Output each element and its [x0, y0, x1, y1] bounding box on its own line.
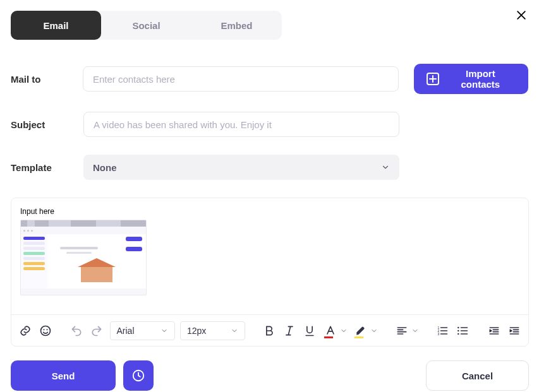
schedule-button[interactable]	[123, 360, 154, 391]
editor-content[interactable]: Input here	[11, 198, 528, 314]
close-button[interactable]	[515, 9, 528, 24]
plus-icon	[427, 73, 439, 85]
bold-button[interactable]	[262, 323, 277, 339]
italic-button[interactable]	[282, 323, 297, 339]
chevron-down-icon	[340, 327, 348, 335]
link-button[interactable]	[18, 323, 33, 339]
emoji-icon	[39, 324, 52, 337]
chevron-down-icon	[160, 327, 168, 335]
underline-icon	[303, 324, 316, 337]
font-family-value: Arial	[117, 326, 135, 336]
outdent-icon	[488, 324, 500, 337]
import-contacts-label: Import contacts	[445, 68, 516, 90]
tab-email[interactable]: Email	[11, 11, 101, 40]
subject-input[interactable]	[83, 112, 399, 137]
clock-icon	[131, 369, 145, 383]
editor-placeholder: Input here	[20, 207, 519, 216]
video-thumbnail[interactable]	[20, 220, 147, 295]
import-contacts-button[interactable]: Import contacts	[414, 64, 528, 94]
svg-point-6	[458, 326, 460, 328]
tab-embed[interactable]: Embed	[191, 11, 282, 40]
send-button[interactable]: Send	[11, 360, 116, 391]
outdent-button[interactable]	[487, 323, 502, 339]
chevron-down-icon	[370, 327, 378, 335]
redo-button[interactable]	[89, 323, 104, 339]
highlight-color-button[interactable]	[353, 323, 378, 339]
link-icon	[19, 324, 32, 337]
mail-to-input[interactable]	[83, 66, 399, 92]
svg-point-1	[44, 329, 45, 330]
chevron-down-icon	[231, 327, 238, 335]
tab-social[interactable]: Social	[101, 11, 191, 40]
highlight-icon	[354, 324, 367, 337]
undo-icon	[70, 324, 83, 337]
emoji-button[interactable]	[38, 323, 53, 339]
svg-point-7	[458, 330, 460, 331]
chevron-down-icon	[411, 327, 419, 335]
chevron-down-icon	[381, 163, 390, 172]
editor-toolbar: Arial 12px	[11, 314, 528, 346]
cancel-button[interactable]: Cancel	[426, 360, 529, 391]
undo-button[interactable]	[69, 323, 84, 339]
svg-point-2	[47, 329, 48, 330]
ordered-list-icon: 123	[436, 324, 449, 337]
text-color-button[interactable]	[322, 323, 348, 339]
editor: Input here	[11, 198, 529, 347]
close-icon	[515, 9, 528, 21]
svg-text:3: 3	[438, 331, 440, 335]
redo-icon	[90, 324, 103, 337]
font-size-select[interactable]: 12px	[180, 321, 245, 340]
template-select[interactable]: None	[83, 155, 399, 180]
align-left-icon	[396, 324, 408, 337]
align-button[interactable]	[394, 323, 419, 339]
unordered-list-icon	[456, 324, 469, 337]
template-label: Template	[11, 162, 83, 173]
bold-icon	[263, 324, 276, 337]
subject-label: Subject	[11, 119, 83, 130]
template-selected-value: None	[93, 162, 117, 173]
font-size-value: 12px	[187, 326, 206, 336]
underline-button[interactable]	[302, 323, 317, 339]
mail-to-label: Mail to	[11, 74, 83, 85]
text-color-icon	[324, 324, 337, 337]
unordered-list-button[interactable]	[455, 323, 470, 339]
font-family-select[interactable]: Arial	[110, 321, 175, 340]
indent-button[interactable]	[507, 323, 522, 339]
svg-point-8	[458, 333, 460, 335]
italic-icon	[283, 324, 296, 337]
svg-point-0	[41, 326, 51, 335]
ordered-list-button[interactable]: 123	[435, 323, 450, 339]
share-tabs: Email Social Embed	[11, 11, 282, 40]
indent-icon	[508, 324, 521, 337]
